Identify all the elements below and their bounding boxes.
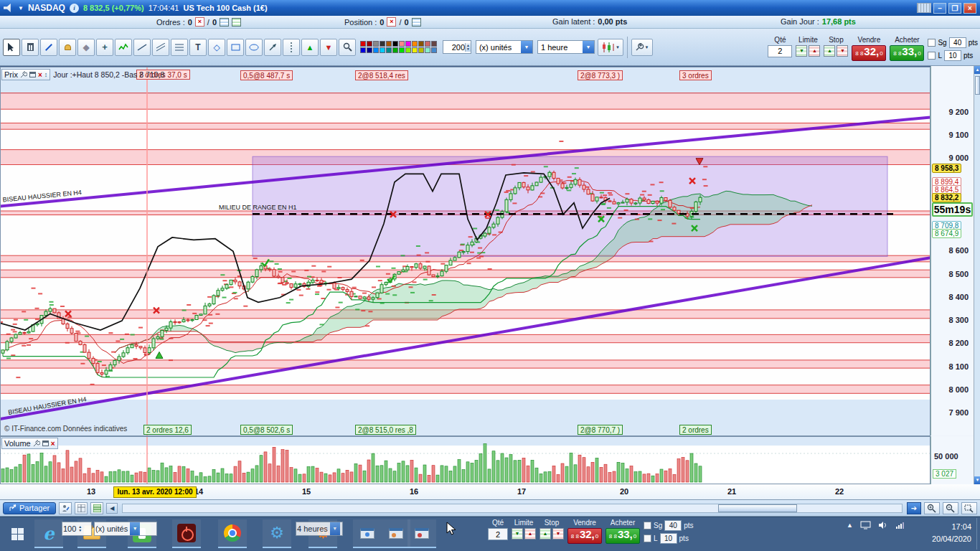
volume-settings-wrench-icon[interactable] bbox=[33, 440, 40, 447]
tray-network-icon[interactable] bbox=[895, 521, 905, 529]
alarm-tool-button[interactable] bbox=[59, 39, 76, 56]
position-list-icon[interactable] bbox=[412, 18, 421, 27]
l-value-box[interactable]: 10 bbox=[944, 50, 961, 61]
settings-wrench-button[interactable]: ▼ bbox=[631, 39, 653, 56]
info-icon[interactable]: i bbox=[70, 4, 79, 13]
go-to-latest-button[interactable]: ➔ bbox=[907, 502, 921, 514]
minimize-button[interactable]: – bbox=[933, 3, 946, 14]
order-badge-bottom[interactable]: 2@8 770,7 ) bbox=[578, 425, 623, 435]
order-badge-bottom[interactable]: 2@8 515,0 res ,8 bbox=[355, 425, 416, 435]
ghost-buy-limit-icon[interactable]: ▼ bbox=[512, 528, 523, 540]
palette-color[interactable] bbox=[431, 41, 437, 47]
scroll-left-arrow[interactable]: ◀ bbox=[106, 503, 118, 514]
vertical-line-tool-button[interactable] bbox=[283, 39, 300, 56]
volume-detach-icon[interactable] bbox=[42, 441, 49, 446]
order-badge-bottom[interactable]: 0,5@8 502,6 s bbox=[240, 425, 293, 435]
palette-color[interactable] bbox=[373, 47, 379, 53]
palette-color[interactable] bbox=[386, 41, 392, 47]
l-checkbox[interactable] bbox=[928, 52, 936, 60]
sg-checkbox[interactable] bbox=[928, 39, 936, 47]
time-axis[interactable]: 1314151617202122 lun. 13 avr. 2020 12:00 bbox=[0, 484, 980, 500]
buy-stop-icon[interactable]: ▲ bbox=[824, 45, 835, 57]
taskbar-java-app-icon[interactable] bbox=[382, 519, 410, 548]
text-tool-button[interactable]: T bbox=[189, 39, 207, 56]
orders-settings-icon[interactable] bbox=[232, 18, 241, 27]
orders-list-icon[interactable] bbox=[220, 18, 229, 27]
ghost-l-checkbox[interactable] bbox=[644, 534, 651, 542]
ghost-sell-button[interactable]: 8 832,0 bbox=[567, 528, 602, 544]
speaker-icon[interactable] bbox=[4, 4, 14, 12]
ghost-sell-stop-icon[interactable]: ▼ bbox=[552, 528, 564, 540]
indicator-tool-button[interactable] bbox=[115, 39, 132, 56]
tray-volume-icon[interactable] bbox=[878, 521, 888, 529]
table-view-icon[interactable] bbox=[90, 502, 103, 514]
taskbar-settings-gear-icon[interactable]: ⚙ bbox=[263, 519, 291, 548]
detach-panel-icon[interactable] bbox=[29, 72, 36, 77]
move-tool-button[interactable]: + bbox=[96, 39, 113, 56]
palette-color[interactable] bbox=[412, 47, 418, 53]
ghost-bars-count-spinner[interactable]: 100▲▼ bbox=[62, 522, 92, 536]
price-settings-wrench-icon[interactable] bbox=[20, 71, 27, 78]
order-badge-top[interactable]: 2@8 518,4 res bbox=[355, 70, 408, 80]
palette-color[interactable] bbox=[425, 47, 430, 53]
volume-panel[interactable]: Volume × bbox=[0, 436, 980, 484]
price-scale-scrollbar[interactable]: ▲ ▼ bbox=[974, 66, 980, 484]
arrow-tool-button[interactable] bbox=[264, 39, 281, 56]
taskbar-app-window-icon[interactable] bbox=[353, 519, 382, 548]
palette-color[interactable] bbox=[392, 41, 398, 47]
parallel-lines-tool-button[interactable] bbox=[152, 39, 169, 56]
sg-value-box[interactable]: 40 bbox=[949, 37, 966, 48]
line-tool-button[interactable] bbox=[40, 39, 57, 56]
palette-color[interactable] bbox=[412, 41, 418, 47]
palette-color[interactable] bbox=[399, 47, 405, 53]
maximize-button[interactable]: ❐ bbox=[948, 3, 961, 14]
chart-style-button[interactable]: ▼ bbox=[598, 39, 623, 56]
timeframe-select[interactable]: 1 heure▼ bbox=[537, 40, 595, 54]
palette-color[interactable] bbox=[431, 47, 437, 53]
palette-color[interactable] bbox=[399, 41, 405, 47]
edit-profile-icon[interactable] bbox=[59, 502, 72, 514]
tray-show-hidden-icon[interactable]: ▲ bbox=[847, 522, 853, 529]
order-badge-top[interactable]: 0,5@8 487,7 s bbox=[240, 70, 293, 80]
timeframe-dropdown-caret[interactable]: ▼ bbox=[583, 41, 594, 53]
color-palette[interactable] bbox=[360, 41, 437, 53]
sell-limit-icon[interactable]: ▲ bbox=[809, 45, 820, 57]
trendline-tool-button[interactable] bbox=[133, 39, 151, 56]
ghost-buy-stop-icon[interactable]: ▲ bbox=[540, 528, 551, 540]
system-tray[interactable]: ▲ bbox=[847, 521, 905, 529]
grid-view-icon[interactable] bbox=[75, 502, 88, 514]
palette-color[interactable] bbox=[380, 47, 385, 53]
ghost-quantity-input[interactable] bbox=[488, 528, 508, 540]
volume-canvas[interactable] bbox=[0, 436, 930, 484]
rectangle-shape-tool-button[interactable] bbox=[227, 39, 244, 56]
units-select[interactable]: (x) unités▼ bbox=[476, 40, 533, 54]
zoom-in-button[interactable] bbox=[924, 502, 940, 514]
eraser-tool-button[interactable]: ◆ bbox=[77, 39, 95, 56]
order-badge-top[interactable]: 2@8 773,3 ) bbox=[578, 70, 623, 80]
taskbar-chrome-icon[interactable] bbox=[218, 519, 247, 548]
palette-color[interactable] bbox=[425, 41, 430, 47]
sell-stop-icon[interactable]: ▼ bbox=[837, 45, 848, 57]
fibonacci-tool-button[interactable] bbox=[171, 39, 188, 56]
palette-color[interactable] bbox=[360, 41, 366, 47]
zoom-tool-button[interactable] bbox=[339, 39, 356, 56]
price-chart-canvas[interactable]: BISEAU HAUSSIER EN H4MILIEU DE RANGE EN … bbox=[0, 67, 930, 436]
sell-button[interactable]: 8 832,0 bbox=[852, 45, 886, 61]
volume-close-icon[interactable]: × bbox=[51, 440, 55, 448]
ghost-sg-checkbox[interactable] bbox=[644, 522, 651, 529]
diamond-shape-tool-button[interactable]: ◇ bbox=[208, 39, 225, 56]
price-chart-panel[interactable]: BISEAU HAUSSIER EN H4MILIEU DE RANGE EN … bbox=[0, 66, 980, 435]
ghost-timeframe-select[interactable]: 4 heures▼ bbox=[296, 522, 343, 536]
palette-color[interactable] bbox=[386, 47, 392, 53]
units-dropdown-caret[interactable]: ▼ bbox=[521, 41, 532, 53]
collapse-panel-icon[interactable]: ↕ bbox=[44, 71, 48, 78]
zoom-out-button[interactable] bbox=[943, 502, 958, 514]
taskbar-clock[interactable]: 17:04 20/04/2020 bbox=[932, 521, 971, 545]
palette-color[interactable] bbox=[380, 41, 385, 47]
ellipse-shape-tool-button[interactable] bbox=[245, 39, 263, 56]
horizontal-scroll-thumb[interactable] bbox=[718, 504, 797, 512]
show-desktop-button[interactable] bbox=[976, 518, 980, 550]
taskbar-internet-explorer-icon[interactable]: e bbox=[34, 519, 63, 548]
palette-color[interactable] bbox=[392, 47, 398, 53]
buy-limit-icon[interactable]: ▼ bbox=[796, 45, 807, 57]
